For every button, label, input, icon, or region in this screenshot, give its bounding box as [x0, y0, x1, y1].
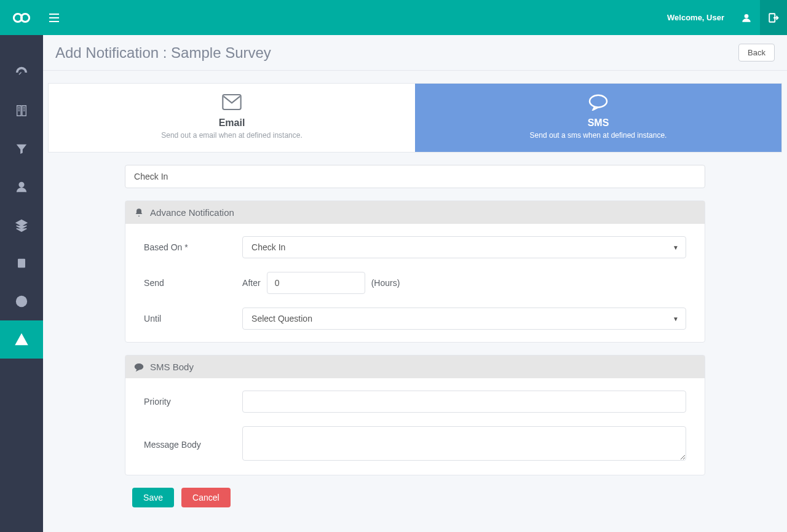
- person-icon: [15, 180, 28, 194]
- logo-icon: [12, 9, 31, 27]
- svg-point-5: [745, 14, 749, 18]
- form-actions: Save Cancel: [125, 488, 705, 526]
- book-icon: [15, 104, 28, 117]
- advance-notification-panel: Advance Notification Based On * Check In…: [125, 200, 705, 343]
- sidebar-item-support[interactable]: [0, 282, 43, 320]
- send-prefix: After: [242, 278, 261, 288]
- priority-input[interactable]: [242, 391, 686, 413]
- notification-name-input[interactable]: [125, 165, 705, 188]
- advance-header-text: Advance Notification: [150, 207, 234, 218]
- dashboard-icon: [15, 66, 28, 79]
- speech-icon: [421, 93, 775, 114]
- sidebar: [0, 35, 43, 532]
- tablet-icon: [17, 257, 26, 269]
- advance-panel-header: Advance Notification: [125, 201, 705, 224]
- lifebuoy-icon: [15, 295, 28, 308]
- tab-sms[interactable]: SMS Send out a sms when at defined insta…: [415, 84, 781, 152]
- priority-label: Priority: [144, 397, 242, 407]
- svg-rect-2: [49, 14, 59, 15]
- hamburger-icon: [49, 14, 59, 22]
- svg-rect-3: [49, 17, 59, 18]
- svg-point-7: [19, 183, 23, 187]
- filter-icon: [15, 142, 28, 156]
- logout-button[interactable]: [760, 0, 787, 35]
- cancel-button[interactable]: Cancel: [181, 488, 231, 507]
- sidebar-item-surveys[interactable]: [0, 92, 43, 130]
- sidebar-item-dashboard[interactable]: [0, 54, 43, 92]
- sms-body-panel: SMS Body Priority Message Body: [125, 355, 705, 475]
- page-title: Add Notification : Sample Survey: [55, 44, 271, 62]
- send-label: Send: [144, 278, 242, 288]
- send-suffix: (Hours): [371, 278, 400, 288]
- svg-point-12: [590, 95, 607, 108]
- sms-header-text: SMS Body: [150, 362, 194, 372]
- welcome-text: Welcome, User: [658, 13, 733, 22]
- svg-point-13: [135, 363, 143, 369]
- message-body-textarea[interactable]: [242, 426, 686, 461]
- send-hours-input[interactable]: [267, 272, 365, 294]
- app-logo: [0, 0, 43, 35]
- user-menu[interactable]: [733, 0, 760, 35]
- alert-icon: [15, 333, 28, 346]
- sms-panel-header: SMS Body: [125, 355, 705, 378]
- user-icon: [742, 13, 751, 23]
- logout-icon: [768, 12, 779, 23]
- bell-icon: [134, 208, 144, 218]
- until-label: Until: [144, 314, 242, 324]
- tab-sms-subtitle: Send out a sms when at defined instance.: [421, 131, 775, 140]
- save-button[interactable]: Save: [132, 488, 174, 507]
- sidebar-toggle[interactable]: [43, 14, 68, 22]
- message-body-label: Message Body: [144, 440, 242, 450]
- sidebar-item-device[interactable]: [0, 244, 43, 282]
- until-select[interactable]: Select Question: [242, 308, 686, 330]
- tab-email-title: Email: [55, 117, 409, 129]
- speech-icon: [134, 362, 144, 372]
- tab-email[interactable]: Email Send out a email when at defined i…: [49, 84, 415, 152]
- notification-type-tabs: Email Send out a email when at defined i…: [48, 83, 782, 153]
- topbar: Welcome, User: [0, 0, 787, 35]
- svg-rect-4: [49, 21, 59, 22]
- tab-sms-title: SMS: [421, 117, 775, 129]
- sidebar-item-filter[interactable]: [0, 130, 43, 168]
- page-header: Add Notification : Sample Survey Back: [43, 35, 787, 71]
- svg-rect-8: [18, 259, 25, 267]
- sidebar-item-layers[interactable]: [0, 206, 43, 244]
- tab-email-subtitle: Send out a email when at defined instanc…: [55, 131, 409, 140]
- sidebar-item-users[interactable]: [0, 168, 43, 206]
- layers-icon: [15, 218, 28, 232]
- back-button[interactable]: Back: [738, 44, 775, 62]
- based-on-select[interactable]: Check In: [242, 236, 686, 258]
- main-content: Add Notification : Sample Survey Back Em…: [43, 35, 787, 532]
- svg-point-10: [19, 299, 23, 303]
- envelope-icon: [55, 93, 409, 114]
- based-on-label: Based On *: [144, 242, 242, 252]
- sidebar-item-alerts[interactable]: [0, 320, 43, 359]
